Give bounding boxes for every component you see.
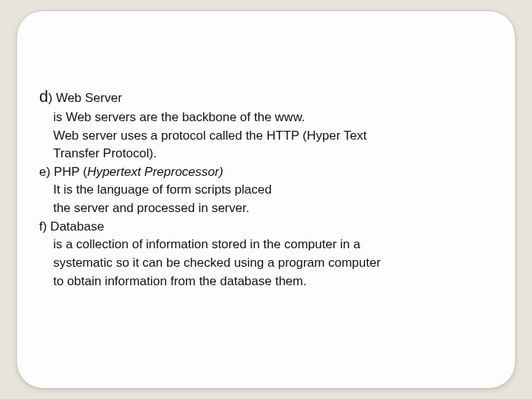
item-d-line2: Web server uses a protocol called the HT… [39, 127, 494, 146]
item-d-letter: d [39, 87, 48, 106]
slide-content: d) Web Server is Web servers are the bac… [39, 85, 494, 290]
item-d-title: Web Server [52, 91, 122, 105]
item-e-line2: the server and processed in server. [39, 200, 494, 218]
item-f-line2: systematic so it can be checked using a … [39, 254, 494, 273]
item-f-line3: to obtain information from the database … [39, 273, 494, 291]
item-d-line1: is Web servers are the backbone of the w… [39, 109, 494, 127]
item-e-italic: Hypertext Preprocessor) [87, 165, 223, 179]
item-e-header: e) PHP (Hypertext Preprocessor) [39, 163, 494, 182]
item-d-header: d) Web Server [39, 85, 494, 109]
item-e-prefix: e) PHP ( [39, 165, 87, 179]
item-f-line1: is a collection of information stored in… [39, 236, 494, 254]
item-e-line1: It is the language of form scripts place… [39, 181, 494, 200]
slide-card: d) Web Server is Web servers are the bac… [16, 10, 516, 389]
item-f-header: f) Database [39, 218, 494, 236]
item-d-line3: Transfer Protocol). [39, 145, 494, 163]
